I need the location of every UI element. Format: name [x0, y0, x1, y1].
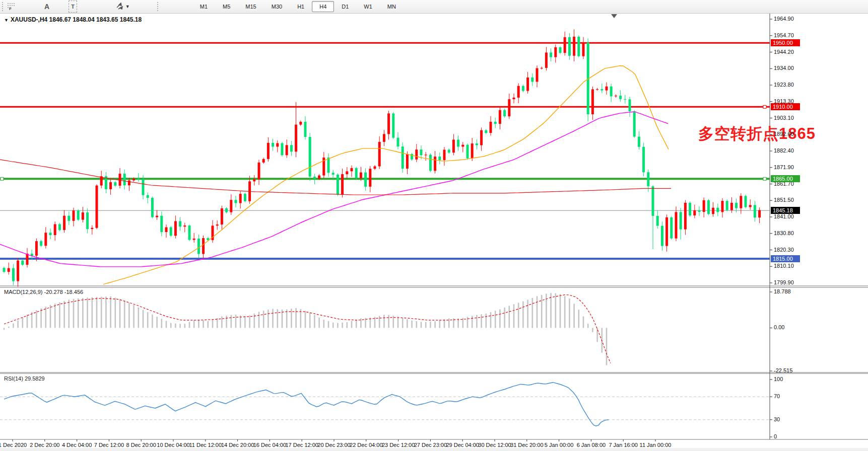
- collapse-triangle-icon[interactable]: ▼: [4, 18, 9, 23]
- price-tick-label: 1954.70: [774, 32, 794, 38]
- price-tick-label: 1841.00: [774, 213, 794, 219]
- text-label-tool-icon[interactable]: A: [44, 2, 49, 12]
- chart-shift-marker-icon[interactable]: [611, 14, 617, 18]
- chevron-down-icon[interactable]: ▼: [125, 2, 130, 12]
- svg-text:F: F: [9, 7, 12, 11]
- rsi-tick-label: 100: [774, 376, 783, 382]
- timeframe-group: M1 M5 M15 M30 H1 H4 D1 W1 MN: [192, 1, 404, 12]
- toolbar-grip: [2, 2, 6, 11]
- price-tick-label: 1871.90: [774, 164, 794, 170]
- price-tick-label: 1923.80: [774, 82, 794, 88]
- time-tick-label: 11 Dec 12:00: [189, 442, 222, 448]
- time-tick-label: 14 Dec 20:00: [221, 442, 254, 448]
- price-axis[interactable]: [770, 14, 868, 439]
- chart-canvas[interactable]: ▼XAUUSD-,H4 1846.67 1848.04 1843.65 1845…: [0, 14, 868, 451]
- timeframe-h4[interactable]: H4: [312, 1, 334, 12]
- macd-tick-label: 18.788: [774, 288, 791, 294]
- price-tick-label: 1903.10: [774, 115, 794, 121]
- toolbar: F A T ▼ M1 M5 M15 M30 H1 H4 D1 W1 MN: [0, 0, 868, 14]
- grid-properties-icon[interactable]: F: [7, 2, 16, 12]
- macd-tick-label: 0.00: [774, 324, 784, 330]
- price-tick-label: 1851.50: [774, 197, 794, 203]
- price-tick-label: 1892.60: [774, 131, 794, 137]
- time-tick-label: 6 Jan 08:00: [577, 442, 606, 448]
- time-tick-label: 31 Dec 20:00: [510, 442, 543, 448]
- time-tick-label: 20 Dec 23:00: [317, 442, 350, 448]
- time-tick-label: 10 Dec 04:00: [157, 442, 189, 448]
- price-tick-label: 1944.20: [774, 49, 794, 55]
- time-tick-label: 7 Jan 16:00: [609, 442, 638, 448]
- time-tick-label: 8 Dec 20:00: [126, 442, 156, 448]
- toolbar-grip: [157, 2, 161, 11]
- price-tick-label: 1810.10: [774, 263, 794, 269]
- current-price-badge: 1845.18: [771, 207, 800, 214]
- time-tick-label: 27 Dec 23:00: [414, 442, 447, 448]
- time-tick-label: 7 Dec 12:00: [94, 442, 124, 448]
- time-tick-label: 1 Dec 2020: [0, 442, 27, 448]
- time-tick-label: 23 Dec 12:00: [382, 442, 415, 448]
- time-tick-label: 29 Dec 04:00: [446, 442, 479, 448]
- chart-drawing: [0, 14, 868, 451]
- timeframe-w1[interactable]: W1: [356, 1, 380, 12]
- timeframe-d1[interactable]: D1: [334, 1, 356, 12]
- time-tick-label: 22 Dec 04:00: [350, 442, 382, 448]
- time-tick-label: 17 Dec 12:00: [285, 442, 318, 448]
- price-level-badge: 1910.00: [771, 103, 800, 110]
- timeframe-mn[interactable]: MN: [380, 1, 404, 12]
- time-tick-label: 4 Dec 04:00: [62, 442, 92, 448]
- rsi-tick-label: 0: [774, 433, 777, 439]
- macd-indicator-label: MACD(12,26,9) -20.278 -18.456: [4, 289, 83, 295]
- price-tick-label: 1964.90: [774, 16, 794, 22]
- rsi-indicator-label: RSI(14) 29.5829: [4, 375, 45, 382]
- time-tick-label: 30 Dec 12:00: [478, 442, 511, 448]
- price-level-badge: 1815.00: [771, 255, 800, 262]
- price-level-badge: 1950.00: [771, 39, 800, 46]
- timeframe-m15[interactable]: M15: [238, 1, 263, 12]
- rsi-tick-label: 70: [774, 393, 780, 399]
- time-tick-label: 11 Jan 00:00: [640, 442, 672, 448]
- price-tick-label: 1934.00: [774, 65, 794, 71]
- macd-tick-label: -22.515: [774, 367, 792, 373]
- time-tick-label: 5 Jan 00:00: [545, 442, 574, 448]
- chart-title: ▼XAUUSD-,H4 1846.67 1848.04 1843.65 1845…: [4, 16, 142, 23]
- price-tick-label: 1882.40: [774, 147, 794, 154]
- timeframe-h1[interactable]: H1: [290, 1, 312, 12]
- rsi-tick-label: 30: [774, 416, 780, 422]
- timeframe-m5[interactable]: M5: [215, 1, 238, 12]
- price-tick-label: 1820.30: [774, 247, 794, 253]
- timeframe-m30[interactable]: M30: [264, 1, 290, 12]
- price-tick-label: 1830.80: [774, 230, 794, 236]
- text-box-tool-icon[interactable]: T: [69, 1, 77, 13]
- time-tick-label: 2 Dec 20:00: [30, 442, 59, 448]
- price-tick-label: 1799.90: [774, 279, 794, 285]
- time-tick-label: 16 Dec 04:00: [253, 442, 286, 448]
- price-level-badge: 1865.00: [771, 175, 800, 182]
- arrow-objects-icon[interactable]: [115, 2, 123, 12]
- bottom-strip: [0, 448, 868, 451]
- timeframe-m1[interactable]: M1: [192, 1, 215, 12]
